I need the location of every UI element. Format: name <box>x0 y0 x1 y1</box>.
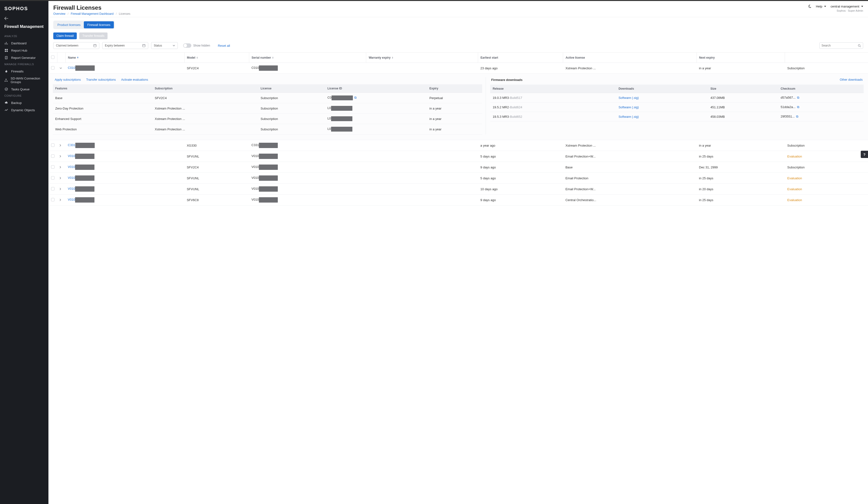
sidebar-item-tasks-queue[interactable]: Tasks Queue <box>0 85 49 93</box>
filter-status[interactable]: Status <box>151 42 178 49</box>
row-checkbox[interactable] <box>51 66 54 70</box>
cell-active: Xstream Protection ... <box>563 63 696 74</box>
cell-serial: C010 <box>249 63 366 74</box>
cell-warranty <box>366 162 478 173</box>
firewall-name-link[interactable]: V010 <box>68 165 75 169</box>
expand-toggle[interactable] <box>57 173 65 184</box>
help-menu[interactable]: Help <box>816 4 826 8</box>
sidebar-item-report-generator[interactable]: Report Generator <box>0 54 49 61</box>
row-checkbox[interactable] <box>51 154 54 158</box>
svg-rect-0 <box>5 49 6 50</box>
other-downloads-link[interactable]: Other downloads <box>840 78 863 81</box>
row-checkbox[interactable] <box>51 143 54 147</box>
sidebar-item-label: Backup <box>11 101 22 105</box>
cell-warranty <box>366 140 478 151</box>
firewall-name-link[interactable]: V010 <box>68 187 75 190</box>
row-checkbox[interactable] <box>51 176 54 180</box>
cell-type: Evaluation <box>785 173 868 184</box>
filter-claimed-between[interactable]: Claimed between <box>53 42 99 49</box>
sidebar-item-backup[interactable]: Backup <box>0 99 49 107</box>
activate-evaluations-link[interactable]: Activate evaluations <box>121 78 148 81</box>
reset-all-link[interactable]: Reset all <box>218 44 230 48</box>
copy-icon[interactable]: ⧉ <box>797 105 799 109</box>
col-next[interactable]: Next expiry <box>696 53 785 63</box>
sidebar-item-dynamic-objects[interactable]: Dynamic Objects <box>0 107 49 114</box>
breadcrumb: Overview / Firewall Management Dashboard… <box>53 12 130 16</box>
transfer-subscriptions-link[interactable]: Transfer subscriptions <box>86 78 116 81</box>
cell-warranty <box>366 151 478 162</box>
transfer-firewalls-button: Transfer firewalls <box>79 32 107 39</box>
col-serial[interactable]: Serial number <box>252 56 271 59</box>
expand-toggle[interactable] <box>57 194 65 205</box>
cell-next: in 25 days <box>696 194 785 205</box>
search-field[interactable] <box>822 44 858 47</box>
expand-toggle[interactable] <box>57 184 65 194</box>
feature-row: Enhanced SupportXstream Protection ...Su… <box>53 114 482 124</box>
expand-toggle[interactable] <box>57 140 65 151</box>
firewall-name-link[interactable]: V010 <box>68 198 75 201</box>
sidebar-item-report-hub[interactable]: Report Hub <box>0 47 49 54</box>
cell-model: SFV2C4 <box>184 63 249 74</box>
tab-firewall-licenses[interactable]: Firewall licenses <box>84 21 114 28</box>
account-menu[interactable]: central management <box>830 4 863 8</box>
grid-icon <box>4 49 8 52</box>
expand-toggle[interactable] <box>57 63 65 74</box>
help-fab[interactable]: ? <box>861 151 868 158</box>
apply-subscriptions-link[interactable]: Apply subscriptions <box>55 78 81 81</box>
main-content: Firewall Licenses Overview / Firewall Ma… <box>49 1 868 504</box>
col-name[interactable]: Name <box>68 56 76 59</box>
show-hidden-toggle[interactable] <box>183 43 191 48</box>
expand-toggle[interactable] <box>57 162 65 173</box>
copy-icon[interactable]: ⧉ <box>354 96 356 99</box>
crumb-dashboard[interactable]: Firewall Management Dashboard <box>71 12 114 16</box>
search-icon <box>858 44 861 47</box>
table-row: V010SFV2C4V0109 days agoBaseDec 31, 2999… <box>49 162 868 173</box>
col-model[interactable]: Model <box>187 56 195 59</box>
brand-logo: SOPHOS <box>0 4 49 16</box>
cell-model: SFV2C4 <box>184 162 249 173</box>
firewall-name-link[interactable]: V010 <box>68 154 75 158</box>
cell-serial: V010 <box>249 173 366 184</box>
download-link[interactable]: Software (.sig) <box>619 105 639 109</box>
row-checkbox[interactable] <box>51 187 54 190</box>
sidebar: SOPHOS Firewall Management ANALYZE Dashb… <box>0 1 49 504</box>
table-row: C331XG330C331a year agoXstream Protectio… <box>49 140 868 151</box>
cell-serial: V010 <box>249 151 366 162</box>
copy-icon[interactable]: ⧉ <box>797 96 799 99</box>
claim-firewall-button[interactable]: Claim firewall <box>53 32 77 39</box>
firewall-name-link[interactable]: C010 <box>68 66 75 70</box>
expand-toggle[interactable] <box>57 151 65 162</box>
sidebar-item-label: Firewalls <box>11 70 23 73</box>
col-warranty[interactable]: Warranty expiry <box>369 56 390 59</box>
chevron-down-icon <box>173 45 175 46</box>
cell-active: Xstream Protection ... <box>563 140 696 151</box>
col-active[interactable]: Active license <box>563 53 696 63</box>
sidebar-item-label: Report Hub <box>11 49 27 52</box>
sidebar-item-firewalls[interactable]: Firewalls <box>0 68 49 75</box>
search-input[interactable] <box>819 42 863 49</box>
filter-expiry-between[interactable]: Expiry between <box>102 42 148 49</box>
back-button[interactable] <box>0 16 49 24</box>
firewall-name-link[interactable]: C331 <box>68 143 75 147</box>
row-checkbox[interactable] <box>51 198 54 201</box>
firewall-name-link[interactable]: V010 <box>68 176 75 180</box>
sidebar-item-sdwan[interactable]: SD-WAN Connection Groups <box>0 75 49 85</box>
tab-product-licenses[interactable]: Product licenses <box>54 21 84 28</box>
theme-toggle[interactable] <box>808 4 812 8</box>
firmware-row: 19.0.3 MR3-Build517Software (.sig)437.08… <box>490 93 864 102</box>
svg-point-11 <box>858 44 860 46</box>
show-hidden-label: Show hidden <box>193 44 210 47</box>
copy-icon[interactable]: ⧉ <box>796 114 798 118</box>
row-checkbox[interactable] <box>51 165 54 169</box>
cell-serial: V010 <box>249 162 366 173</box>
cell-earliest: 5 days ago <box>478 173 563 184</box>
svg-rect-2 <box>5 51 6 52</box>
crumb-overview[interactable]: Overview <box>53 12 65 16</box>
select-all-checkbox[interactable] <box>51 56 54 59</box>
col-earliest[interactable]: Earliest start <box>478 53 563 63</box>
sidebar-item-dashboard[interactable]: Dashboard <box>0 40 49 47</box>
download-link[interactable]: Software (.sig) <box>619 96 639 100</box>
feature-row: Web ProtectionXstream Protection ...Subs… <box>53 124 482 134</box>
download-link[interactable]: Software (.sig) <box>619 115 639 119</box>
cell-active: Email Protection+W... <box>563 184 696 194</box>
